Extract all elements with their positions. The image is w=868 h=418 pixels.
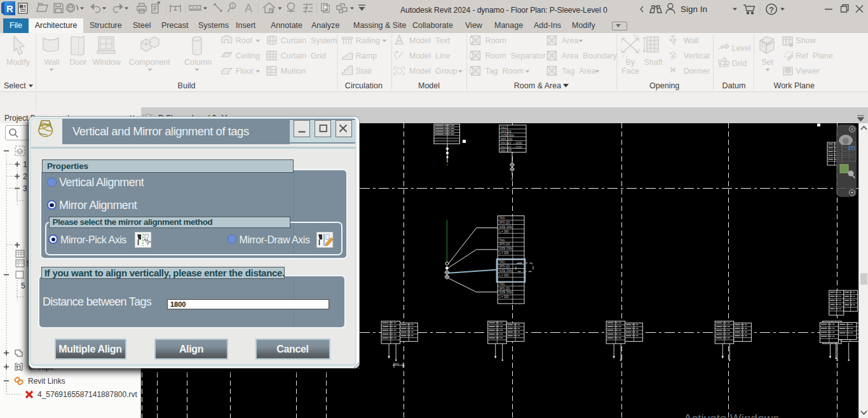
svg-text:Viewer: Viewer [796, 67, 820, 76]
svg-text:Model Group: Model Group [409, 67, 458, 76]
svg-text:Ramp: Ramp [356, 51, 377, 60]
svg-text:1: 1 [231, 4, 234, 8]
svg-text:Roof: Roof [236, 36, 253, 45]
svg-text:Work Plane: Work Plane [774, 81, 815, 90]
svg-text:Column: Column [184, 58, 212, 67]
svg-text:SPS QS: SPS QS [499, 221, 510, 224]
svg-text:-1: -1 [720, 43, 724, 48]
svg-text:?: ? [769, 6, 774, 15]
svg-text:Activate Windows: Activate Windows [684, 412, 779, 418]
svg-text:1: 1 [23, 160, 27, 169]
svg-text:Ceiling: Ceiling [236, 51, 260, 60]
svg-text:SPS QS: SPS QS [501, 130, 512, 133]
svg-text:L = 300: L = 300 [499, 295, 509, 299]
svg-text:TAG: TAG [499, 283, 505, 286]
svg-text:5: 5 [21, 281, 25, 290]
svg-text:L = 300: L = 300 [499, 274, 509, 277]
svg-text:SPS QS: SPS QS [499, 243, 510, 246]
svg-text:Model Text: Model Text [409, 36, 450, 45]
svg-text:Shaft: Shaft [644, 58, 663, 67]
svg-text:Mullion: Mullion [281, 67, 306, 76]
svg-text:SPS QS: SPS QS [499, 287, 510, 290]
svg-text:2: 2 [23, 172, 27, 181]
svg-text:Curtain Grid: Curtain Grid [281, 51, 326, 60]
svg-text:Tag Area: Tag Area [562, 67, 596, 76]
svg-text:Set: Set [761, 58, 773, 67]
svg-text:Build: Build [178, 81, 196, 90]
svg-text:SIZE 200x: SIZE 200x [499, 269, 513, 273]
svg-text:TAG: TAG [499, 260, 505, 264]
svg-text:4_5769165587141887800.rvt: 4_5769165587141887800.rvt [37, 390, 137, 399]
svg-text:INV.LEV. —2000: INV.LEV. —2000 [501, 146, 522, 149]
svg-text:Revit Links: Revit Links [28, 377, 65, 386]
svg-text:Opening: Opening [649, 81, 679, 90]
svg-text:Circulation: Circulation [345, 81, 383, 90]
svg-text:Sign In: Sign In [681, 4, 707, 14]
svg-text:Vertical: Vertical [684, 51, 710, 60]
svg-text:Select: Select [4, 81, 26, 90]
svg-text:2D: 2D [848, 144, 855, 151]
svg-text:Model: Model [418, 81, 440, 90]
svg-text:Area: Area [562, 36, 578, 45]
svg-text:L = 300: L = 300 [499, 252, 509, 255]
svg-text:Dormer: Dormer [684, 67, 710, 76]
svg-text:Grid: Grid [732, 59, 747, 68]
svg-text:Room: Room [485, 36, 506, 45]
svg-text:Railing: Railing [356, 36, 380, 45]
svg-text:Floor: Floor [236, 67, 254, 76]
svg-text:INV. ATF: INV. ATF [501, 149, 512, 152]
svg-text:Wall: Wall [684, 36, 699, 45]
svg-text:TAG: TAG [501, 126, 506, 130]
svg-text:Datum: Datum [722, 81, 746, 90]
svg-text:TAG: TAG [499, 217, 505, 220]
svg-text:SPS QS: SPS QS [499, 265, 510, 268]
svg-text:By: By [626, 58, 635, 67]
svg-text:SIZE 200x: SIZE 200x [499, 291, 513, 294]
svg-text:Component: Component [129, 58, 170, 67]
svg-text:SIZE 200x: SIZE 200x [499, 226, 513, 229]
svg-text:Stair: Stair [356, 67, 372, 76]
svg-text:A: A [245, 2, 252, 15]
svg-text:300: 300 [395, 362, 400, 365]
svg-text:Show: Show [796, 36, 816, 45]
svg-text:Level: Level [732, 44, 751, 53]
svg-text:Face: Face [621, 67, 639, 76]
svg-text:TAG: TAG [499, 239, 505, 242]
svg-text:SIZE 300x: SIZE 300x [501, 134, 515, 137]
svg-text:L = 300: L = 300 [499, 230, 509, 233]
svg-text:R: R [6, 3, 13, 14]
svg-text:Ref Plane: Ref Plane [796, 51, 832, 60]
svg-text:Area Boundary: Area Boundary [562, 51, 618, 60]
svg-text:Curtain System: Curtain System [281, 36, 337, 45]
svg-text:Window: Window [92, 58, 121, 67]
svg-text:INV.LEV. —2000: INV.LEV. —2000 [501, 142, 522, 145]
svg-text:Modify: Modify [6, 58, 31, 67]
svg-text:3: 3 [23, 184, 27, 193]
svg-text:Room & Area: Room & Area [514, 81, 561, 90]
svg-text:Tag Room: Tag Room [485, 67, 523, 76]
svg-text:Wall: Wall [44, 58, 60, 67]
svg-text:Room Separator: Room Separator [485, 51, 545, 60]
svg-text:MIN. 100: MIN. 100 [501, 138, 513, 141]
svg-text:SIZE 200x: SIZE 200x [499, 247, 513, 250]
svg-text:Model Line: Model Line [409, 51, 451, 60]
svg-text:Door: Door [69, 58, 86, 67]
